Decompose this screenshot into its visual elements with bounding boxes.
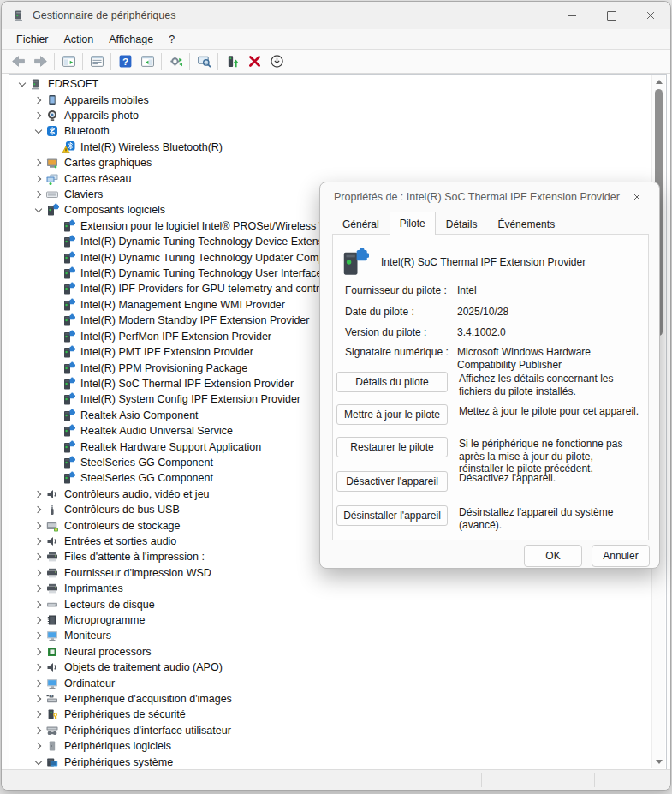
- chevron-right-icon[interactable]: [31, 629, 45, 642]
- title-bar[interactable]: Gestionnaire de périphériques: [2, 2, 670, 29]
- toolbar-button-forward[interactable]: [29, 51, 51, 71]
- chevron-right-icon[interactable]: [31, 534, 45, 548]
- chevron-right-icon[interactable]: [31, 677, 45, 690]
- chevron-right-icon[interactable]: [31, 109, 45, 122]
- dialog-tab[interactable]: Détails: [436, 215, 488, 234]
- tree-item[interactable]: Ordinateur: [9, 675, 652, 690]
- chevron-right-icon[interactable]: [31, 582, 45, 595]
- tree-item-label: Contrôleurs de bus USB: [64, 504, 180, 516]
- toolbar-button-scan-hardware[interactable]: [193, 51, 215, 71]
- toolbar-button-properties[interactable]: [86, 51, 108, 71]
- tree-item[interactable]: Appareils mobiles: [9, 92, 652, 107]
- menu-item[interactable]: Fichier: [9, 32, 56, 47]
- chevron-right-icon[interactable]: [31, 188, 45, 201]
- toolbar-button-update-driver[interactable]: [164, 51, 187, 71]
- field-label: Version du pilote :: [345, 326, 426, 338]
- action-button[interactable]: Détails du pilote: [336, 372, 448, 392]
- software-icon: [62, 235, 75, 248]
- toolbar-button-action-pane[interactable]: [136, 51, 158, 71]
- scroll-up-button[interactable]: [652, 75, 665, 88]
- menu-item[interactable]: ?: [161, 32, 182, 47]
- chevron-down-icon[interactable]: [31, 755, 45, 769]
- tree-item-label: Neural processors: [64, 646, 151, 658]
- tree-item-label: Intel(R) Wireless Bluetooth(R): [80, 141, 223, 153]
- chevron-right-icon[interactable]: [31, 503, 45, 516]
- tree-item[interactable]: Périphériques logiciels: [9, 738, 652, 754]
- chevron-right-icon[interactable]: [31, 519, 45, 533]
- tree-item-label: Périphériques d'interface utilisateur: [64, 725, 231, 737]
- chevron-right-icon[interactable]: [31, 172, 45, 186]
- toolbar-button-install-driver[interactable]: [221, 51, 243, 71]
- tree-item-label: Realtek Hardware Support Application: [80, 441, 261, 453]
- tree-item-label: Moniteurs: [64, 630, 111, 642]
- app-icon: [12, 9, 26, 22]
- action-button[interactable]: Restaurer le pilote: [336, 437, 448, 457]
- chevron-right-icon[interactable]: [31, 598, 45, 612]
- chevron-right-icon[interactable]: [31, 692, 45, 706]
- tree-item[interactable]: Cartes graphiques: [9, 155, 652, 170]
- chevron-right-icon[interactable]: [31, 566, 45, 580]
- ok-button[interactable]: OK: [524, 545, 582, 567]
- monitor-icon: [45, 677, 59, 690]
- tree-item[interactable]: Appareils photo: [9, 108, 652, 123]
- tree-item[interactable]: Moniteurs: [9, 628, 652, 643]
- chevron-right-icon[interactable]: [31, 660, 45, 674]
- menu-item[interactable]: Action: [56, 32, 102, 47]
- tree-item[interactable]: Périphériques système: [9, 754, 652, 769]
- tree-item[interactable]: Périphérique d'acquisition d'images: [9, 691, 652, 707]
- software-icon: [62, 409, 75, 422]
- tree-item-label: FDRSOFT: [48, 78, 98, 90]
- tree-item[interactable]: FDRSOFT: [9, 76, 652, 92]
- toolbar-button-back[interactable]: [7, 51, 29, 71]
- toolbar-separator: [54, 53, 55, 70]
- device-name: Intel(R) SoC Thermal IPF Extension Provi…: [381, 256, 586, 268]
- tree-item[interactable]: Périphériques de sécurité: [9, 707, 652, 722]
- toolbar-button-help[interactable]: [114, 51, 136, 71]
- chevron-right-icon[interactable]: [31, 156, 45, 170]
- dialog-tab[interactable]: Général: [332, 215, 390, 234]
- tree-item[interactable]: Lecteurs de disque: [9, 596, 652, 612]
- chevron-spacer: [47, 266, 62, 280]
- cancel-button[interactable]: Annuler: [592, 545, 650, 567]
- tree-item[interactable]: Microprogramme: [9, 612, 652, 628]
- chevron-down-icon[interactable]: [31, 203, 45, 217]
- dialog-title-bar[interactable]: Propriétés de : Intel(R) SoC Thermal IPF…: [320, 182, 659, 212]
- scroll-down-button[interactable]: [652, 755, 665, 768]
- chevron-right-icon[interactable]: [31, 93, 45, 107]
- tree-item[interactable]: Imprimantes: [9, 581, 652, 596]
- chevron-right-icon[interactable]: [31, 550, 45, 564]
- action-button[interactable]: Désactiver l'appareil: [336, 471, 448, 492]
- action-button[interactable]: Désinstaller l'appareil: [336, 505, 448, 526]
- chevron-right-icon[interactable]: [31, 487, 45, 501]
- dialog-tab[interactable]: Événements: [487, 215, 565, 234]
- chevron-down-icon[interactable]: [15, 77, 29, 91]
- action-button[interactable]: Mettre à jour le pilote: [336, 404, 448, 425]
- chevron-right-icon[interactable]: [31, 739, 45, 753]
- minimize-button[interactable]: [552, 2, 592, 29]
- close-button[interactable]: [631, 2, 670, 29]
- tree-item[interactable]: Objets de traitement audio (APO): [9, 660, 652, 675]
- chevron-right-icon[interactable]: [31, 645, 45, 659]
- dialog-tab[interactable]: Pilote: [390, 212, 436, 235]
- tree-item[interactable]: Périphériques d'interface utilisateur: [9, 723, 652, 738]
- menu-item[interactable]: Affichage: [101, 32, 161, 47]
- field-label: Signataire numérique :: [345, 346, 449, 358]
- tree-item[interactable]: Neural processors: [9, 644, 652, 660]
- chevron-spacer: [47, 456, 62, 469]
- dialog-close-button[interactable]: [620, 184, 654, 210]
- toolbar-button-show-console-tree[interactable]: [57, 51, 80, 71]
- tree-item[interactable]: Intel(R) Wireless Bluetooth(R): [9, 140, 652, 155]
- scan-hardware-icon: [197, 54, 211, 69]
- maximize-button[interactable]: [592, 2, 631, 29]
- toolbar-button-disable-device[interactable]: [265, 51, 288, 71]
- status-bar: [2, 769, 670, 790]
- driver-field: Date du pilote :2025/10/28: [345, 306, 639, 318]
- tree-item[interactable]: Bluetooth: [9, 123, 652, 139]
- chevron-right-icon[interactable]: [31, 613, 45, 627]
- chevron-right-icon[interactable]: [31, 707, 45, 721]
- software-icon: [62, 377, 75, 391]
- tree-item-label: Composants logiciels: [64, 204, 165, 216]
- chevron-right-icon[interactable]: [31, 724, 45, 737]
- toolbar-button-uninstall-device[interactable]: [243, 51, 265, 71]
- chevron-down-icon[interactable]: [31, 124, 45, 138]
